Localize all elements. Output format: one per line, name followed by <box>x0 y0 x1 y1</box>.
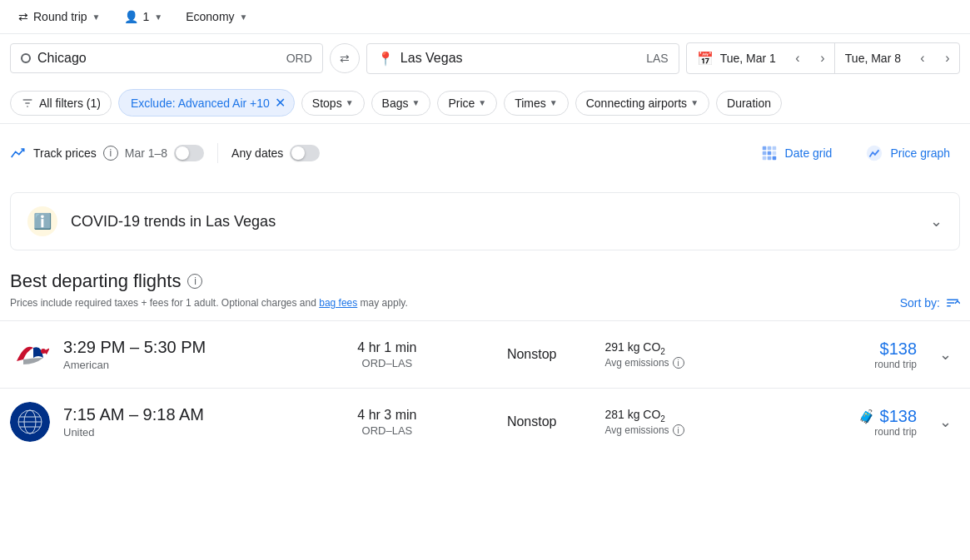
origin-input[interactable] <box>37 51 276 66</box>
best-flights-info-icon[interactable]: i <box>187 274 202 289</box>
flight-emissions-1: 291 kg CO2 Avg emissions i <box>604 340 783 369</box>
best-flights-section: Best departing flights i Prices include … <box>0 260 970 314</box>
depart-date-field[interactable]: 📅 Tue, Mar 1 <box>687 44 786 73</box>
covid-left: ℹ️ COVID-19 trends in Las Vegas <box>27 206 276 236</box>
track-dates: Mar 1–8 <box>125 146 167 160</box>
any-dates-label: Any dates <box>231 146 283 160</box>
depart-next-button[interactable]: › <box>811 47 834 70</box>
any-dates-group: Any dates <box>231 145 320 161</box>
any-dates-toggle-knob <box>291 146 305 160</box>
times-chevron-icon: ▼ <box>550 98 558 107</box>
return-date-field[interactable]: Tue, Mar 8 <box>835 45 911 72</box>
top-bar: ⇄ Round trip ▼ 👤 1 ▼ Economy ▼ <box>0 0 970 34</box>
stops-label-2: Nonstop <box>472 414 591 429</box>
person-icon: 👤 <box>124 10 138 23</box>
flight-card[interactable]: 3:29 PM – 5:30 PM American 4 hr 1 min OR… <box>0 320 970 388</box>
track-right-group: Date grid Price graph <box>750 137 960 169</box>
expand-chevron-icon-2: ⌄ <box>939 413 952 431</box>
filters-row: All filters (1) Exclude: Advanced Air +1… <box>0 82 970 124</box>
track-toggle-knob <box>176 146 189 160</box>
bags-button[interactable]: Bags ▼ <box>371 91 431 116</box>
duration-button[interactable]: Duration <box>716 91 782 116</box>
times-button[interactable]: Times ▼ <box>504 91 569 116</box>
covid-expand-icon: ⌄ <box>930 212 943 230</box>
price-button[interactable]: Price ▼ <box>437 91 497 116</box>
airline-name-1: American <box>63 359 302 371</box>
round-trip-chevron-icon: ▼ <box>92 12 101 22</box>
flight-stops-2: Nonstop <box>472 414 591 429</box>
price-val-2: $138 <box>880 407 918 426</box>
duration-time-2: 4 hr 3 min <box>316 408 459 423</box>
price-graph-button[interactable]: Price graph <box>855 137 960 169</box>
destination-pin-icon: 📍 <box>377 51 394 67</box>
swap-button[interactable]: ⇄ <box>330 43 360 73</box>
destination-field[interactable]: 📍 LAS <box>366 43 679 74</box>
expand-button-2[interactable]: ⌄ <box>930 407 960 437</box>
depart-prev-button[interactable]: ‹ <box>786 47 809 70</box>
round-trip-button[interactable]: ⇄ Round trip ▼ <box>10 5 109 28</box>
origin-code: ORD <box>286 52 312 65</box>
passengers-chevron-icon: ▼ <box>154 12 162 22</box>
exclude-chip-close-icon[interactable]: ✕ <box>275 95 286 111</box>
bags-label: Bags <box>382 97 409 110</box>
destination-input[interactable] <box>400 51 636 66</box>
luggage-warning-icon: 🧳 <box>858 409 875 424</box>
flight-price-2: 🧳 $138 round trip <box>798 407 917 438</box>
connecting-airports-button[interactable]: Connecting airports ▼ <box>575 91 709 116</box>
covid-banner[interactable]: ℹ️ COVID-19 trends in Las Vegas ⌄ <box>10 192 960 250</box>
origin-dot-icon <box>21 53 31 63</box>
covid-info-icon: ℹ️ <box>27 206 57 236</box>
return-date-label: Tue, Mar 8 <box>845 52 901 65</box>
american-logo <box>10 335 50 374</box>
united-logo <box>10 402 50 442</box>
price-with-icon-2: 🧳 $138 <box>798 407 917 426</box>
flight-card-2[interactable]: 7:15 AM – 9:18 AM United 4 hr 3 min ORD–… <box>0 388 970 455</box>
all-filters-button[interactable]: All filters (1) <box>10 91 112 116</box>
svg-rect-3 <box>762 146 766 151</box>
american-airlines-logo <box>10 335 50 374</box>
swap-arrows-icon: ⇄ <box>18 10 28 23</box>
track-prices-label: Track prices <box>33 146 97 160</box>
passengers-button[interactable]: 👤 1 ▼ <box>116 5 172 28</box>
emissions-label-2: Avg emissions i <box>604 424 783 436</box>
duration-route-2: ORD–LAS <box>316 424 459 437</box>
flight-stops-1: Nonstop <box>472 347 591 362</box>
calendar-icon: 📅 <box>697 51 714 67</box>
track-row: Track prices i Mar 1–8 Any dates <box>0 124 970 182</box>
filter-icon <box>21 97 34 110</box>
depart-date-nav: ‹ › <box>786 47 834 70</box>
stops-button[interactable]: Stops ▼ <box>301 91 365 116</box>
date-grid-button[interactable]: Date grid <box>750 137 843 169</box>
round-trip-label: Round trip <box>33 10 87 23</box>
destination-code: LAS <box>646 52 668 65</box>
origin-field[interactable]: ORD <box>10 43 323 73</box>
svg-rect-11 <box>772 156 776 161</box>
track-prices-group: Track prices i Mar 1–8 <box>10 145 204 161</box>
expand-button-1[interactable]: ⌄ <box>930 339 960 369</box>
return-next-button[interactable]: › <box>936 47 959 70</box>
emissions-info-icon-1[interactable]: i <box>673 357 684 369</box>
best-flights-title: Best departing flights i <box>10 270 960 292</box>
covid-title: COVID-19 trends in Las Vegas <box>71 213 276 230</box>
expand-chevron-icon-1: ⌄ <box>939 345 952 364</box>
flight-time-range-2: 7:15 AM – 9:18 AM <box>63 405 302 424</box>
price-val-1: $138 <box>798 339 917 359</box>
emissions-info-icon-2[interactable]: i <box>673 424 684 436</box>
return-date-nav: ‹ › <box>911 47 959 70</box>
cabin-button[interactable]: Economy ▼ <box>177 5 256 28</box>
best-flights-title-text: Best departing flights <box>10 270 181 292</box>
flight-duration-1: 4 hr 1 min ORD–LAS <box>316 340 459 369</box>
sort-by-group[interactable]: Sort by: <box>900 295 960 310</box>
bag-fees-link[interactable]: bag fees <box>319 297 357 309</box>
track-info-icon[interactable]: i <box>103 146 118 161</box>
swap-icon: ⇄ <box>340 52 350 65</box>
price-graph-label: Price graph <box>890 146 950 160</box>
return-prev-button[interactable]: ‹ <box>911 47 934 70</box>
price-chevron-icon: ▼ <box>478 98 486 107</box>
emissions-label-1: Avg emissions i <box>604 357 783 369</box>
exclude-chip[interactable]: Exclude: Advanced Air +10 ✕ <box>118 89 295 116</box>
any-dates-toggle[interactable] <box>290 145 320 161</box>
cabin-label: Economy <box>186 10 234 23</box>
track-toggle[interactable] <box>174 145 204 161</box>
svg-rect-10 <box>767 156 771 161</box>
